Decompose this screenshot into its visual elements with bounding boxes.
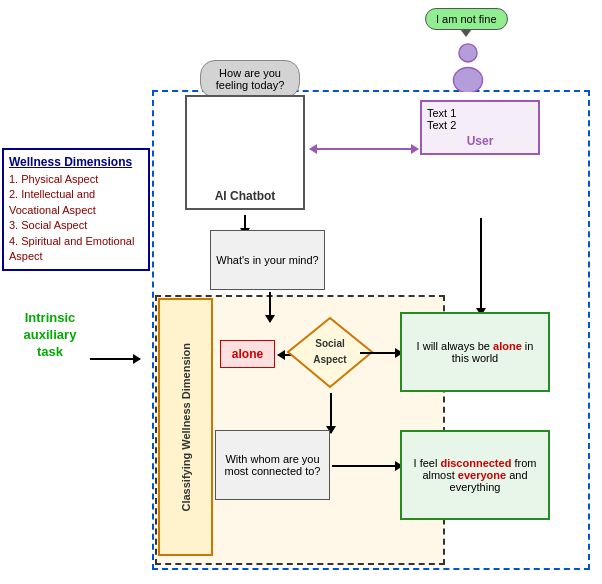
chatbot-box: AI Chatbot <box>185 95 305 210</box>
disconnected-box: I feel disconnected from almost everyone… <box>400 430 550 520</box>
wellness-box: Wellness Dimensions 1. Physical Aspect 2… <box>2 148 150 271</box>
wellness-item-4: 4. Spiritual and Emotional Aspect <box>9 234 143 265</box>
arrow-diamond-down <box>330 393 332 433</box>
user-text2: Text 2 <box>427 119 533 131</box>
wellness-item-3: 3. Social Aspect <box>9 218 143 233</box>
chatbot-bubble: How are you feeling today? <box>200 60 300 98</box>
classifying-text: Classifying Wellness Dimension <box>180 343 192 512</box>
connected-box: With whom are you most connected to? <box>215 430 330 500</box>
mind-text: What's in your mind? <box>216 254 318 266</box>
intrinsic-arrow <box>90 358 140 360</box>
alone-text: alone <box>232 347 263 361</box>
user-label: User <box>427 134 533 148</box>
user-person-icon <box>448 42 488 92</box>
arrow-always-right <box>360 352 402 354</box>
user-text1: Text 1 <box>427 107 533 119</box>
disconnected-text: I feel disconnected from almost everyone… <box>407 457 543 493</box>
classifying-box: Classifying Wellness Dimension <box>158 298 213 556</box>
arrow-connected-right <box>332 465 402 467</box>
arrow-mind-down <box>269 292 271 322</box>
user-bubble: I am not fine <box>425 8 508 30</box>
connected-text: With whom are you most connected to? <box>216 453 329 477</box>
alone-box: alone <box>220 340 275 368</box>
wellness-list: 1. Physical Aspect 2. Intellectual and V… <box>9 172 143 264</box>
diagram: Wellness Dimensions 1. Physical Aspect 2… <box>0 0 602 584</box>
svg-text:Aspect: Aspect <box>313 354 347 365</box>
always-alone-box: I will always be alone in this world <box>400 312 550 392</box>
chatbot-bubble-text: How are you feeling today? <box>216 67 285 91</box>
chatbot-label: AI Chatbot <box>215 189 276 203</box>
user-bubble-text: I am not fine <box>436 13 497 25</box>
wellness-item-1: 1. Physical Aspect <box>9 172 143 187</box>
svg-point-0 <box>459 44 477 62</box>
intrinsic-text: Intrinsic auxiliary task <box>0 310 100 361</box>
svg-point-1 <box>453 67 482 92</box>
double-arrow <box>310 148 418 150</box>
svg-text:Social: Social <box>315 338 345 349</box>
user-textbox: Text 1 Text 2 User <box>420 100 540 155</box>
wellness-item-2: 2. Intellectual and Vocational Aspect <box>9 187 143 218</box>
always-alone-text: I will always be alone in this world <box>407 340 543 364</box>
wellness-title: Wellness Dimensions <box>9 155 143 169</box>
mind-box: What's in your mind? <box>210 230 325 290</box>
arrow-user-down <box>480 218 482 315</box>
intrinsic-box: Intrinsic auxiliary task <box>0 310 100 361</box>
